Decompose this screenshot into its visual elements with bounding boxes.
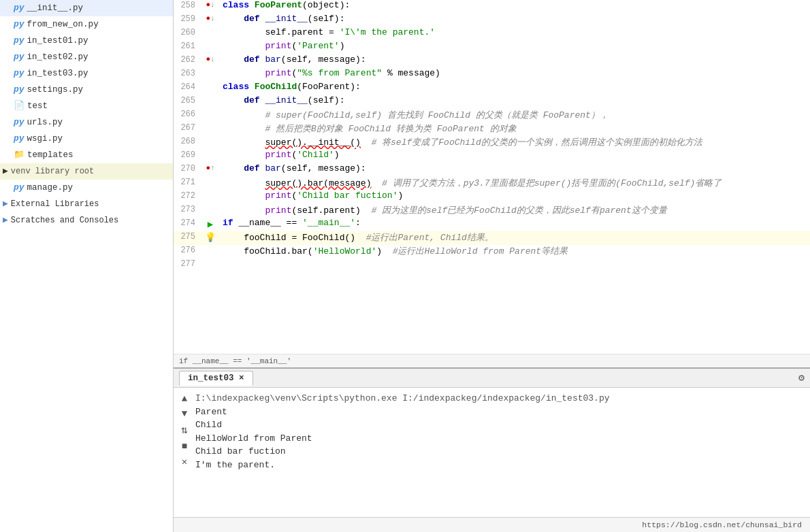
line-code: print(self.parent) # 因为这里的self已经为FooChil…: [220, 204, 810, 218]
sidebar-item-label: in_test02.py: [27, 50, 88, 64]
table-row: 271 super().bar(message) # 调用了父类方法，py3.7…: [174, 177, 810, 190]
sidebar-item-label: venv library root: [11, 165, 94, 178]
line-code: [220, 259, 810, 272]
line-gutter: [201, 95, 220, 109]
sidebar-item-in-test03-py[interactable]: py in_test03.py: [0, 65, 173, 82]
sidebar-item-in-test02-py[interactable]: py in_test02.py: [0, 49, 173, 65]
line-number: 268: [174, 136, 201, 150]
scratches-icon: ▶: [3, 214, 8, 227]
sidebar-item-from-new-on-py[interactable]: py from_new_on.py: [0, 16, 173, 33]
scroll-down-button[interactable]: ▼: [179, 408, 190, 419]
sidebar-item-label: in_test01.py: [27, 34, 88, 48]
sidebar-item-label: wsgi.py: [27, 132, 63, 146]
table-row: 263 print("%s from Parent" % message): [174, 68, 810, 82]
line-number: 273: [174, 204, 201, 218]
py-icon: py: [14, 1, 25, 15]
sidebar-item-init-py[interactable]: py __init__.py: [0, 0, 173, 16]
breadcrumb-text: if __name__ == '__main__': [179, 357, 291, 365]
line-code: print('Child bar fuction'): [220, 190, 810, 204]
line-gutter: ●↑: [201, 163, 220, 177]
line-gutter: [201, 41, 220, 54]
line-number: 272: [174, 190, 201, 204]
sidebar-item-in-test01-py[interactable]: py in_test01.py: [0, 33, 173, 49]
table-row: 273 print(self.parent) # 因为这里的self已经为Foo…: [174, 204, 810, 218]
table-row: 275💡 fooChild = FooChild() #运行出Parent, C…: [174, 231, 810, 245]
line-code: self.parent = 'I\'m the parent.': [220, 27, 810, 41]
line-code: class FooChild(FooParent):: [220, 82, 810, 95]
sidebar-item-label: test: [27, 99, 48, 113]
line-number: 277: [174, 259, 201, 272]
table-row: 265 def __init__(self):: [174, 95, 810, 109]
line-gutter: [201, 204, 220, 218]
sidebar-item-settings-py[interactable]: py settings.py: [0, 82, 173, 98]
line-number: 265: [174, 95, 201, 109]
sidebar-item-external-libs[interactable]: ▶ External Libraries: [0, 196, 173, 212]
sidebar-item-urls-py[interactable]: py urls.py: [0, 114, 173, 131]
py-icon: py: [14, 116, 25, 129]
gear-button[interactable]: ⚙: [798, 371, 805, 384]
sidebar-item-manage-py[interactable]: py manage.py: [0, 180, 173, 196]
stop-button[interactable]: ■: [179, 441, 190, 452]
scroll-up-button[interactable]: ▲: [179, 393, 190, 404]
line-number: 267: [174, 122, 201, 136]
line-code: print('Parent'): [220, 41, 810, 54]
table-row: 268 super().__init__() # 将self变成了FooChil…: [174, 136, 810, 150]
console-output: I:\indexpackeg\venv\Scripts\python.exe I…: [195, 392, 805, 513]
line-number: 260: [174, 27, 201, 41]
line-gutter: [201, 68, 220, 82]
line-gutter: [201, 27, 220, 41]
line-number: 275: [174, 231, 201, 245]
table-row: 272 print('Child bar fuction'): [174, 190, 810, 204]
main-area: 258●↓class FooParent(object):259●↓ def _…: [174, 0, 810, 532]
rerun-button[interactable]: ⇅: [179, 423, 190, 437]
sidebar-item-label: in_test03.py: [27, 67, 88, 80]
line-code: class FooParent(object):: [220, 0, 810, 14]
sidebar-item-label: settings.py: [27, 83, 84, 97]
line-gutter: ●↓: [201, 54, 220, 68]
libs-icon: ▶: [3, 197, 8, 211]
line-number: 271: [174, 177, 201, 190]
line-number: 259: [174, 14, 201, 27]
sidebar-item-wsgi-py[interactable]: py wsgi.py: [0, 131, 173, 147]
sidebar-item-venv[interactable]: ▶ venv library root: [0, 163, 173, 180]
table-row: 258●↓class FooParent(object):: [174, 0, 810, 14]
line-number: 269: [174, 150, 201, 163]
line-gutter: ●↓: [201, 0, 220, 14]
sidebar-item-label: __init__.py: [27, 1, 84, 15]
table-row: 267 # 然后把类B的对象 FooChild 转换为类 FooParent 的…: [174, 122, 810, 136]
sidebar-item-scratches[interactable]: ▶ Scratches and Consoles: [0, 212, 173, 229]
table-row: 266 # super(FooChild,self) 首先找到 FooChild…: [174, 109, 810, 122]
bottom-content: ▲ ▼ ⇅ ■ ✕ I:\indexpackeg\venv\Scripts\py…: [174, 388, 810, 517]
line-number: 261: [174, 41, 201, 54]
code-table: 258●↓class FooParent(object):259●↓ def _…: [174, 0, 810, 272]
console-tab[interactable]: in_test03 ×: [179, 371, 253, 386]
line-gutter: [201, 122, 220, 136]
line-code: print('Child'): [220, 150, 810, 163]
table-row: 276 fooChild.bar('HelloWorld') #运行出Hello…: [174, 245, 810, 259]
line-code: # 然后把类B的对象 FooChild 转换为类 FooParent 的对象: [220, 122, 810, 136]
console-controls: ▲ ▼ ⇅ ■ ✕: [179, 392, 195, 513]
table-row: 264class FooChild(FooParent):: [174, 82, 810, 95]
folder-icon: 📁: [14, 148, 25, 162]
sidebar-item-test[interactable]: 📄 test: [0, 98, 173, 114]
line-number: 270: [174, 163, 201, 177]
sidebar-item-templates[interactable]: 📁 templates: [0, 147, 173, 163]
table-row: 262●↓ def bar(self, message):: [174, 54, 810, 68]
line-gutter: [201, 190, 220, 204]
line-gutter: [201, 177, 220, 190]
line-number: 263: [174, 68, 201, 82]
code-editor[interactable]: 258●↓class FooParent(object):259●↓ def _…: [174, 0, 810, 354]
line-number: 262: [174, 54, 201, 68]
py-icon: py: [14, 50, 25, 64]
line-code: def __init__(self):: [220, 95, 810, 109]
line-gutter: [201, 136, 220, 150]
sidebar-item-label: urls.py: [27, 116, 63, 129]
line-gutter: 💡: [201, 231, 220, 245]
line-code: super().bar(message) # 调用了父类方法，py3.7里面都是…: [220, 177, 810, 190]
line-gutter: [201, 245, 220, 259]
sidebar-item-label: templates: [27, 148, 74, 162]
line-number: 266: [174, 109, 201, 122]
close-button[interactable]: ✕: [179, 456, 190, 467]
line-code: if __name__ == '__main__':: [220, 218, 810, 231]
line-number: 274: [174, 218, 201, 231]
